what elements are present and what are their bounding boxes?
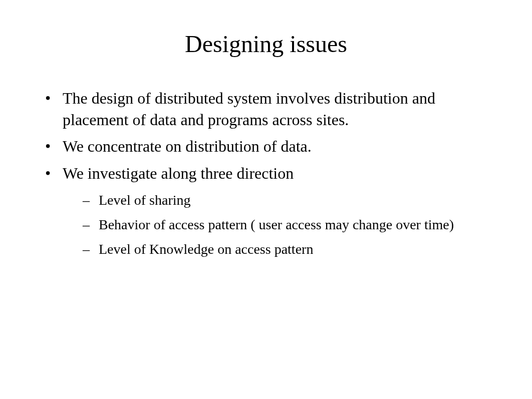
sub-bullet-item: Level of Knowledge on access pattern bbox=[63, 239, 487, 259]
bullet-item: We concentrate on distribution of data. bbox=[45, 136, 487, 157]
sub-bullet-list: Level of sharing Behavior of access patt… bbox=[63, 190, 487, 259]
main-bullet-list: The design of distributed system involve… bbox=[45, 88, 487, 259]
slide-content: The design of distributed system involve… bbox=[0, 88, 532, 259]
bullet-text: We investigate along three direction bbox=[63, 164, 294, 182]
sub-bullet-item: Behavior of access pattern ( user access… bbox=[63, 215, 487, 234]
slide-title: Designing issues bbox=[0, 30, 532, 58]
bullet-item: The design of distributed system involve… bbox=[45, 88, 487, 131]
sub-bullet-item: Level of sharing bbox=[63, 190, 487, 210]
bullet-item: We investigate along three direction Lev… bbox=[45, 163, 487, 259]
